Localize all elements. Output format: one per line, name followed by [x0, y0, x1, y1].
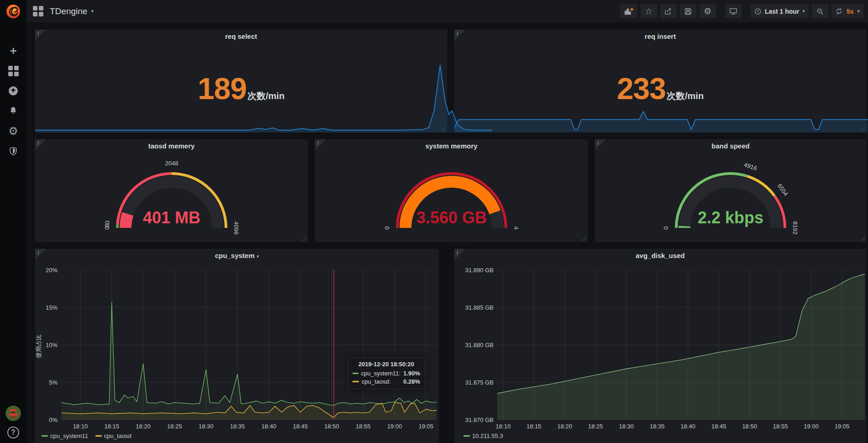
- x-tick-label: 18:20: [131, 423, 156, 430]
- create-menu-item[interactable]: +: [0, 41, 26, 61]
- panel-title[interactable]: req select: [35, 30, 447, 43]
- refresh-interval-label: 5s: [847, 8, 854, 15]
- y-tick-label: 31.875 GB: [457, 379, 494, 386]
- legend-item-cpu-system11[interactable]: cpu_system11: [42, 432, 88, 439]
- add-panel-button[interactable]: [620, 4, 637, 18]
- x-tick-label: 19:05: [829, 423, 855, 430]
- explore-menu-item[interactable]: [0, 81, 26, 101]
- svg-text:80: 80: [103, 221, 110, 227]
- zoom-out-time-button[interactable]: [812, 4, 828, 18]
- panel-info-icon[interactable]: i: [454, 249, 465, 260]
- panel-title[interactable]: avg_disk_used: [454, 249, 866, 263]
- panel-info-icon[interactable]: i: [315, 139, 326, 150]
- star-icon: ☆: [645, 7, 652, 16]
- share-icon: [664, 7, 673, 16]
- panel-title[interactable]: req insert: [454, 30, 866, 43]
- legend-item-cpu-taosd[interactable]: cpu_taosd: [95, 432, 132, 439]
- y-tick-label: 20%: [26, 267, 58, 274]
- time-range-picker[interactable]: Last 1 hour ▾: [751, 4, 809, 18]
- star-dashboard-button[interactable]: ☆: [641, 4, 657, 18]
- x-tick-label: 18:25: [162, 423, 187, 430]
- x-tick-label: 18:35: [644, 423, 670, 430]
- sidebar-bottom: ?: [5, 406, 21, 438]
- svg-text:4096: 4096: [233, 222, 240, 235]
- dashboard-grid-icon[interactable]: [33, 6, 43, 16]
- panel-info-icon[interactable]: i: [35, 249, 46, 260]
- stat-value: 189: [198, 74, 247, 104]
- panel-info-icon[interactable]: i: [35, 30, 46, 41]
- x-tick-label: 18:55: [350, 423, 376, 430]
- tooltip-timestamp: 2019-12-20 18:50:20: [352, 361, 420, 368]
- server-admin-menu-item[interactable]: [0, 141, 26, 161]
- sidebar-nav: + ⚙: [0, 41, 26, 161]
- chevron-down-icon: ▾: [857, 8, 860, 14]
- help-menu-item[interactable]: ?: [7, 427, 19, 438]
- gear-icon: ⚙: [8, 126, 18, 137]
- y-tick-label: 31.890 GB: [457, 267, 494, 274]
- user-avatar[interactable]: [5, 406, 21, 421]
- y-tick-label: 31.870 GB: [457, 417, 494, 423]
- svg-text:2048: 2048: [165, 160, 178, 167]
- sidebar: + ⚙: [0, 0, 26, 443]
- panel-info-icon[interactable]: i: [595, 139, 606, 150]
- panel-title[interactable]: cpu_system ▾: [35, 249, 439, 263]
- plus-icon: +: [10, 45, 16, 57]
- refresh-picker[interactable]: 5s ▾: [831, 4, 863, 18]
- chart-tooltip: 2019-12-20 18:50:20 cpu_system11: 1.90% …: [347, 357, 425, 389]
- panel-taosd-memory: i taosd memery 08020484096401 MB: [35, 139, 308, 243]
- legend-item-10-211-55-3[interactable]: 10.211.55.3: [463, 432, 503, 439]
- y-tick-label: 0%: [26, 417, 58, 423]
- main-area: TDengine▾ ☆: [26, 0, 868, 443]
- y-axis-label: 使用占比: [35, 334, 43, 358]
- panel-avg-disk-used: i avg_disk_used 18:1018:1518:2018:2518:3…: [454, 248, 867, 443]
- bell-icon: [8, 106, 18, 116]
- panel-system-memory: i system memory 043.560 GB: [315, 139, 588, 243]
- grafana-logo[interactable]: [0, 0, 26, 22]
- grafana-app: + ⚙: [0, 0, 868, 443]
- svg-text:401 MB: 401 MB: [142, 208, 200, 227]
- add-panel-icon: [624, 7, 634, 16]
- gauge-chart: 04916655481922.2 kbps: [595, 151, 866, 243]
- share-dashboard-button[interactable]: [660, 4, 677, 18]
- panel-req-select: i req select 189 次数/min: [35, 29, 447, 133]
- panel-band-speed: i band speed 04916655481922.2 kbps: [594, 139, 867, 243]
- avatar-icon: [5, 406, 21, 421]
- x-tick-label: 18:10: [490, 423, 516, 430]
- cycle-view-mode-button[interactable]: [725, 4, 742, 18]
- dashboards-menu-item[interactable]: [0, 61, 26, 81]
- time-series-chart[interactable]: 18:1018:1518:2018:2518:3018:3518:4018:45…: [35, 249, 439, 443]
- x-tick-label: 18:30: [193, 423, 219, 430]
- monitor-icon: [729, 7, 738, 16]
- chart-legend: 10.211.55.3: [463, 432, 503, 439]
- svg-text:4916: 4916: [743, 161, 758, 172]
- panel-title[interactable]: taosd memery: [35, 139, 308, 153]
- chevron-down-icon: ▾: [91, 8, 94, 14]
- svg-text:8192: 8192: [792, 222, 799, 235]
- panel-info-icon[interactable]: i: [35, 139, 46, 150]
- dashboard-settings-button[interactable]: ⚙: [700, 4, 716, 18]
- alerting-menu-item[interactable]: [0, 101, 26, 121]
- panel-info-icon[interactable]: i: [454, 30, 465, 41]
- y-tick-label: 5%: [26, 379, 58, 386]
- stat-unit: 次数/min: [247, 90, 284, 102]
- configuration-menu-item[interactable]: ⚙: [0, 121, 26, 141]
- x-tick-label: 18:15: [99, 423, 125, 430]
- panel-title[interactable]: band speed: [595, 139, 866, 153]
- chevron-down-icon: ▾: [257, 253, 259, 259]
- x-tick-label: 18:45: [706, 423, 731, 430]
- navbar: TDengine▾ ☆: [26, 0, 868, 22]
- gear-icon: ⚙: [704, 7, 711, 16]
- x-tick-label: 18:45: [288, 423, 313, 430]
- x-tick-label: 18:35: [225, 423, 250, 430]
- grafana-logo-icon: [5, 4, 21, 19]
- panel-title[interactable]: system memory: [315, 139, 588, 153]
- dashboard-title[interactable]: TDengine▾: [50, 6, 94, 16]
- x-tick-label: 18:50: [737, 423, 763, 430]
- dashboard-grid: i req select 189 次数/min i req insert 233…: [26, 22, 868, 443]
- svg-text:3.560 GB: 3.560 GB: [416, 208, 486, 227]
- time-series-chart[interactable]: 18:1018:1518:2018:2518:3018:3518:4018:45…: [454, 249, 866, 443]
- y-tick-label: 31.880 GB: [457, 342, 494, 348]
- save-dashboard-button[interactable]: [680, 4, 696, 18]
- stat-unit: 次数/min: [667, 90, 704, 102]
- chart-legend: cpu_system11 cpu_taosd: [42, 432, 132, 439]
